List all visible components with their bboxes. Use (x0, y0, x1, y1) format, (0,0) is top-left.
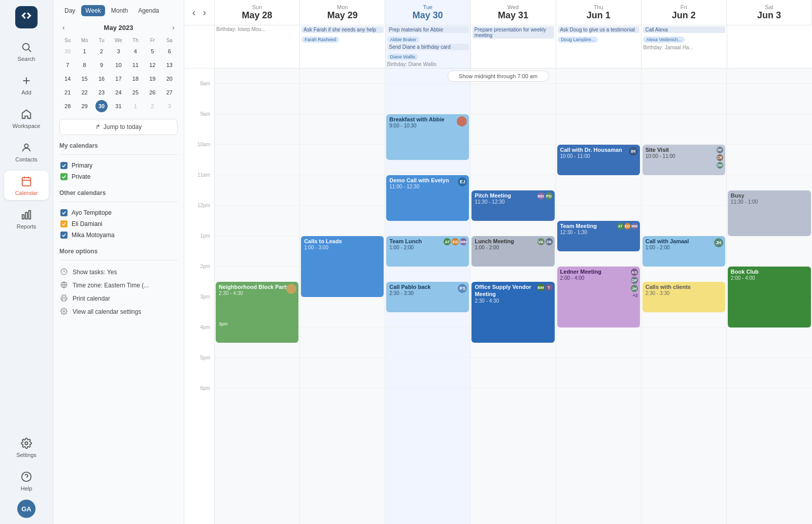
event-breakfast-abbie[interactable]: Breakfast with Abbie 9:00 - 10:30 (386, 114, 469, 160)
sidebar-item-contacts[interactable]: Contacts (4, 137, 49, 167)
mini-day[interactable]: 24 (112, 86, 124, 99)
more-options-title: More options (59, 248, 178, 255)
cal-ayo[interactable]: Ayo Tempitope (59, 207, 178, 218)
mini-day[interactable]: 10 (112, 59, 124, 71)
allday-sun: Birthday: Iosep Mou... (215, 25, 300, 68)
event-call-pablo[interactable]: Call Pablo back 2:30 - 3:30 PS (386, 282, 469, 312)
cal-primary[interactable]: Primary (59, 160, 178, 171)
event-office-supply[interactable]: Office Supply Vendor Meeting 2:30 - 4:30… (471, 282, 554, 343)
mini-day[interactable]: 28 (61, 100, 74, 112)
mini-day[interactable]: 19 (146, 73, 158, 85)
sidebar-item-calendar[interactable]: Calendar (4, 171, 49, 200)
mini-day[interactable]: 31 (112, 100, 124, 112)
mini-day[interactable]: 14 (61, 73, 74, 85)
mini-day[interactable]: 11 (129, 59, 142, 71)
event-time: 2:30 - 4:30 (219, 290, 295, 296)
mini-day[interactable]: 5 (146, 45, 158, 57)
event-title: Ledner Meeting (560, 268, 637, 275)
view-settings-option[interactable]: View all calendar settings (59, 305, 178, 318)
private-checkbox[interactable] (60, 173, 67, 180)
print-cal-option[interactable]: Print calendar (59, 292, 178, 305)
eli-checkbox[interactable] (60, 220, 67, 227)
task-diane-card[interactable]: Send Diane a birthday card (387, 44, 469, 50)
cal-mika[interactable]: Mika Motoyama (59, 230, 178, 241)
event-team-lunch[interactable]: Team Lunch 1:00 - 2:00 AT ED MM (386, 236, 469, 267)
event-calls-clients[interactable]: Calls with clients 2:30 - 3:30 (642, 282, 725, 312)
task-prepare-presentation[interactable]: Prepare presentation for weekly meeting (472, 26, 554, 39)
event-pitch-meeting[interactable]: Pitch Meeting 11:30 - 12:30 MD PD (471, 190, 554, 221)
view-day-button[interactable]: Day (60, 5, 79, 16)
mini-day[interactable]: 17 (112, 73, 124, 85)
task-ask-farah[interactable]: Ask Farah if she needs any help (301, 26, 383, 33)
ayo-checkbox[interactable] (60, 209, 67, 216)
event-calls-leads[interactable]: Calls to Leads 1:00 - 3:00 (301, 236, 384, 297)
mika-checkbox[interactable] (60, 232, 67, 239)
mini-day[interactable]: 7 (61, 59, 74, 71)
event-demo-call-evelyn[interactable]: Demo Call with Evelyn 11:00 - 12:30 EJ (386, 175, 469, 221)
mini-day[interactable]: 9 (95, 59, 108, 71)
sidebar-item-search[interactable]: Search (4, 37, 49, 66)
mini-day[interactable]: 20 (163, 73, 176, 85)
sidebar-item-settings[interactable]: Settings (4, 433, 49, 462)
sidebar-item-reports[interactable]: Reports (4, 204, 49, 234)
task-ask-doug[interactable]: Ask Doug to give us a testimonial (558, 26, 639, 33)
jump-today-button[interactable]: ↱ Jump to today (59, 119, 178, 135)
show-tasks-option[interactable]: Show tasks: Yes (59, 266, 178, 279)
mini-day[interactable]: 4 (129, 45, 142, 57)
cal-private[interactable]: Private (59, 171, 178, 182)
mini-day[interactable]: 3 (112, 45, 124, 57)
next-week-button[interactable]: › (200, 6, 210, 19)
event-site-visit[interactable]: Site Visit 10:00 - 11:00 RF CR DH (642, 145, 725, 175)
mini-day[interactable]: 29 (79, 100, 91, 112)
mini-day[interactable]: 1 (129, 100, 142, 112)
mini-cal-next[interactable]: › (169, 22, 178, 32)
event-call-jamaal[interactable]: Call with Jamaal 1:00 - 2:00 JH (642, 236, 725, 267)
app-logo[interactable] (15, 6, 38, 28)
mini-day[interactable]: 15 (79, 73, 91, 85)
mini-day[interactable]: 1 (79, 45, 91, 57)
sidebar-item-add[interactable]: Add (4, 70, 49, 100)
event-call-dr-housaman[interactable]: Call with Dr. Housaman 10:00 - 11:00 IH (557, 145, 640, 175)
time-10am: 10am (184, 141, 214, 171)
cal-eli[interactable]: Eli Damiani (59, 218, 178, 230)
user-avatar[interactable]: GA (17, 500, 36, 518)
mini-day[interactable]: 30 (61, 45, 74, 57)
mini-day[interactable]: 2 (95, 45, 108, 57)
col-fri: Site Visit 10:00 - 11:00 RF CR DH Call w… (641, 69, 727, 524)
mini-day[interactable]: 12 (146, 59, 158, 71)
view-week-button[interactable]: Week (81, 5, 105, 16)
mini-day[interactable]: 23 (95, 86, 108, 99)
mini-day[interactable]: 21 (61, 86, 74, 99)
mini-day[interactable]: 16 (95, 73, 108, 85)
mini-day[interactable]: 6 (163, 45, 176, 57)
eli-label: Eli Damiani (72, 220, 103, 227)
view-month-button[interactable]: Month (107, 5, 132, 16)
mini-day[interactable]: 8 (79, 59, 91, 71)
view-agenda-button[interactable]: Agenda (134, 5, 163, 16)
timezone-option[interactable]: Time zone: Eastern Time (... (59, 279, 178, 292)
task-prep-abbie[interactable]: Prep materials for Abbie (387, 26, 469, 33)
sidebar-item-workspace[interactable]: Workspace (4, 104, 49, 133)
sidebar-item-help[interactable]: Help (4, 466, 49, 496)
primary-checkbox[interactable] (60, 162, 67, 169)
mini-day[interactable]: 26 (146, 86, 158, 99)
prev-week-button[interactable]: ‹ (189, 6, 199, 19)
mini-day[interactable]: 2 (146, 100, 158, 112)
mini-day[interactable]: 3 (163, 100, 176, 112)
mini-day-today[interactable]: 30 (95, 100, 108, 112)
event-neighborhood-party[interactable]: Neighborhood Block Party 2:30 - 4:30 3pm… (216, 282, 298, 343)
mini-cal-prev[interactable]: ‹ (59, 22, 68, 32)
event-team-meeting[interactable]: Team Meeting 12:30 - 1:30 AT ED MM (557, 221, 640, 251)
task-call-alexa[interactable]: Call Alexa (643, 26, 725, 33)
event-busy[interactable]: Busy 11:30 - 1:00 (728, 190, 811, 236)
mini-day[interactable]: 25 (129, 86, 142, 99)
mini-day[interactable]: 22 (79, 86, 91, 99)
mini-day[interactable]: 13 (163, 59, 176, 71)
event-ledner-meeting[interactable]: Ledner Meeting 2:00 - 4:00 AS DP JH +2 (557, 267, 640, 328)
event-lunch-meeting[interactable]: Lunch Meeting 1:00 - 2:00 VA ZB (471, 236, 554, 267)
mini-day[interactable]: 18 (129, 73, 142, 85)
midnight-banner[interactable]: Show midnight through 7:00 am (448, 71, 549, 82)
event-book-club[interactable]: Book Club 2:00 - 4:00 (728, 267, 811, 328)
mini-day[interactable]: 27 (163, 86, 176, 99)
task-chip-farah: Farah Rasheed (301, 37, 339, 43)
